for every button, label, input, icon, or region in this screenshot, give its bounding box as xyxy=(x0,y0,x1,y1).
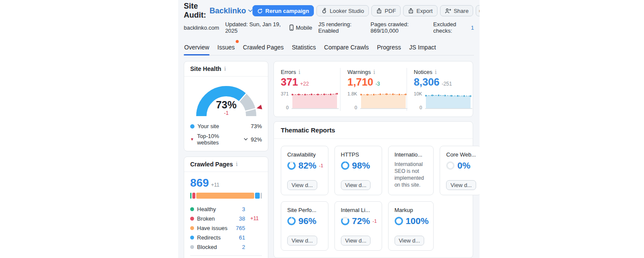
tab-js-impact[interactable]: JS Impact xyxy=(409,40,436,55)
tile-internal-linking[interactable]: Internal Li... 72% -1 View d... xyxy=(334,201,382,251)
broken-count-link[interactable]: 38 xyxy=(239,215,245,222)
rerun-campaign-label: Rerun campaign xyxy=(265,8,309,14)
thematic-reports-title: Thematic Reports xyxy=(281,126,335,134)
tab-bar: Overview Issues Crawled Pages Statistics… xyxy=(184,40,474,55)
legend-your-site: Your site 73% xyxy=(190,123,262,129)
view-details-button[interactable]: View d... xyxy=(341,236,371,246)
info-icon[interactable]: i xyxy=(298,70,300,75)
pdf-label: PDF xyxy=(385,8,396,14)
warnings-value[interactable]: 1,710 xyxy=(347,77,373,88)
info-icon[interactable]: i xyxy=(435,70,437,75)
metric-notices: Notices i 8,306 -251 10K 0 xyxy=(407,68,473,111)
view-details-button[interactable]: View d... xyxy=(446,180,476,190)
chevron-down-icon[interactable] xyxy=(244,138,248,141)
share-label: Share xyxy=(454,8,469,14)
refresh-icon xyxy=(257,8,263,14)
pages-crawled-label: Pages crawled: 869/10,000 xyxy=(371,21,427,34)
errors-value[interactable]: 371 xyxy=(281,77,298,88)
tile-international-seo[interactable]: Internatio... International SEO is not i… xyxy=(388,146,434,195)
legend-row-blocked: Blocked 2 xyxy=(190,242,262,252)
issues-notification-dot xyxy=(236,40,239,43)
device-text: Mobile xyxy=(296,25,312,31)
tab-compare-crawls[interactable]: Compare Crawls xyxy=(324,40,369,55)
donut-icon xyxy=(287,161,296,170)
export-button[interactable]: Export xyxy=(403,5,437,16)
errors-delta: +22 xyxy=(300,81,309,87)
thematic-reports-header: Thematic Reports xyxy=(274,122,473,139)
gauge-delta: -1 xyxy=(224,110,228,116)
bar-segment[interactable] xyxy=(255,193,260,199)
share-button[interactable]: Share xyxy=(440,5,474,16)
international-seo-note: International SEO is not implemented on … xyxy=(395,161,429,188)
red-triangle-icon: ▼ xyxy=(190,138,194,141)
crawled-total-row: 869 +11 xyxy=(190,177,262,188)
view-details-button[interactable]: View d... xyxy=(287,180,317,190)
tile-https[interactable]: HTTPS 98% View d... xyxy=(334,146,382,195)
rerun-campaign-button[interactable]: Rerun campaign xyxy=(252,5,314,16)
view-details-button[interactable]: View d... xyxy=(395,236,425,246)
donut-icon xyxy=(341,161,349,170)
have-issues-count-link[interactable]: 765 xyxy=(236,225,245,231)
bar-segment[interactable] xyxy=(261,193,262,199)
info-icon[interactable]: i xyxy=(224,66,226,71)
left-column: Site Health i 73% -1 xyxy=(184,61,268,258)
project-name: Backlinko xyxy=(210,6,246,15)
project-selector[interactable]: Backlinko xyxy=(210,6,252,15)
add-user-icon xyxy=(445,8,451,14)
top-bar: Site Audit: Backlinko Rerun campaign Loo… xyxy=(184,4,474,17)
crawled-total-delta: +11 xyxy=(211,182,219,188)
tab-crawled-pages[interactable]: Crawled Pages xyxy=(243,40,284,55)
tile-markup[interactable]: Markup 100% View d... xyxy=(388,201,434,251)
info-icon[interactable]: i xyxy=(236,162,238,167)
tile-site-performance[interactable]: Site Perfo... 96% View d... xyxy=(281,201,328,251)
donut-icon xyxy=(341,217,349,225)
pdf-button[interactable]: PDF xyxy=(371,5,401,16)
legend-row-have-issues: Have issues 765 xyxy=(190,223,262,233)
view-details-button[interactable]: View d... xyxy=(287,236,317,246)
page-title: Site Audit: xyxy=(184,2,206,20)
device-label: Mobile xyxy=(289,25,312,31)
red-dot-icon xyxy=(190,217,194,221)
crawled-pages-title: Crawled Pages xyxy=(190,161,233,168)
site-health-gauge: 73% -1 xyxy=(184,77,268,121)
tile-crawlability[interactable]: Crawlability 82% -1 View d... xyxy=(281,146,328,195)
site-health-card: Site Health i 73% -1 xyxy=(184,61,268,151)
healthy-count-link[interactable]: 3 xyxy=(242,206,245,212)
info-icon[interactable]: i xyxy=(374,70,375,75)
blocked-count-link[interactable]: 2 xyxy=(242,244,245,250)
donut-icon xyxy=(395,217,403,225)
notices-value[interactable]: 8,306 xyxy=(414,77,440,88)
campaign-meta: backlinko.com Updated: Sun, Jan 19, 2025… xyxy=(184,21,474,34)
bar-segment[interactable] xyxy=(190,193,191,199)
looker-studio-label: Looker Studio xyxy=(330,8,364,14)
crawled-pages-card: Crawled Pages i 869 +11 Healthy 3 xyxy=(184,157,268,258)
tile-core-web-vitals[interactable]: Core Web... 0% View d... xyxy=(440,146,480,195)
issues-metrics-card: Errors i 371 +22 371 0 xyxy=(273,61,473,117)
updated-label: Updated: Sun, Jan 19, 2025 xyxy=(225,21,283,34)
site-audit-page: Site Audit: Backlinko Rerun campaign Loo… xyxy=(0,0,644,258)
orange-dot-icon xyxy=(190,226,194,230)
crawled-pages-stacked-bar[interactable] xyxy=(190,193,262,199)
looker-studio-button[interactable]: Looker Studio xyxy=(316,5,369,16)
site-health-title: Site Health xyxy=(190,65,221,72)
upload-icon xyxy=(408,8,414,14)
notices-delta: -251 xyxy=(442,81,452,87)
dashboard-grid: Site Health i 73% -1 xyxy=(184,61,474,258)
tab-overview[interactable]: Overview xyxy=(184,40,210,55)
view-details-button[interactable]: View d... xyxy=(341,180,371,190)
redirects-count-link[interactable]: 61 xyxy=(239,234,245,241)
bar-segment[interactable] xyxy=(196,193,254,199)
gear-icon: ⚙ xyxy=(479,8,480,14)
legend-row-redirects: Redirects 61 xyxy=(190,233,262,242)
bar-segment[interactable] xyxy=(192,193,195,199)
settings-button[interactable]: ⚙ xyxy=(476,5,480,16)
green-dot-icon xyxy=(190,207,194,211)
warnings-sparkline xyxy=(359,91,409,111)
crawled-total: 869 xyxy=(190,177,209,188)
excluded-checks-link[interactable]: 1 xyxy=(471,25,474,31)
tab-issues[interactable]: Issues xyxy=(217,40,235,55)
tab-statistics[interactable]: Statistics xyxy=(292,40,316,55)
tab-progress[interactable]: Progress xyxy=(377,40,401,55)
title-wrap: Site Audit: Backlinko xyxy=(184,2,252,20)
metric-warnings: Warnings i 1,710 -3 1.8K 0 xyxy=(340,68,406,111)
